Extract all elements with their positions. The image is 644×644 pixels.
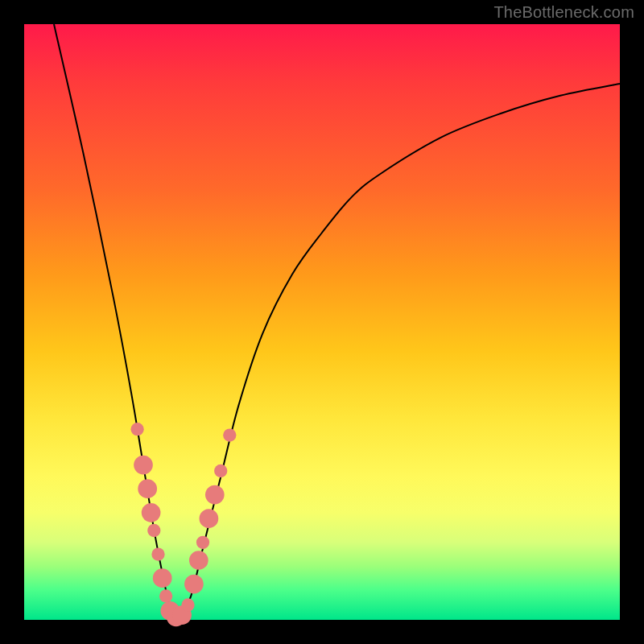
curve-marker — [134, 456, 153, 475]
curve-marker — [205, 485, 225, 505]
bottleneck-curve-path — [54, 24, 620, 623]
curve-marker — [130, 423, 143, 436]
curve-svg — [24, 24, 620, 620]
curve-marker — [142, 503, 161, 522]
curve-marker — [138, 479, 157, 498]
curve-marker — [184, 575, 204, 594]
curve-marker — [147, 524, 160, 537]
curve-marker — [151, 547, 164, 560]
curve-marker — [200, 509, 219, 528]
curve-marker — [223, 428, 236, 441]
plot-area — [24, 24, 620, 620]
curve-marker — [159, 589, 172, 602]
curve-marker — [214, 464, 227, 477]
curve-marker — [189, 551, 208, 570]
curve-marker — [153, 568, 172, 588]
curve-marker — [196, 536, 209, 549]
curve-markers — [130, 423, 236, 626]
curve-marker — [181, 598, 194, 611]
chart-frame: TheBottleneck.com — [0, 0, 644, 644]
watermark-text: TheBottleneck.com — [493, 3, 634, 22]
